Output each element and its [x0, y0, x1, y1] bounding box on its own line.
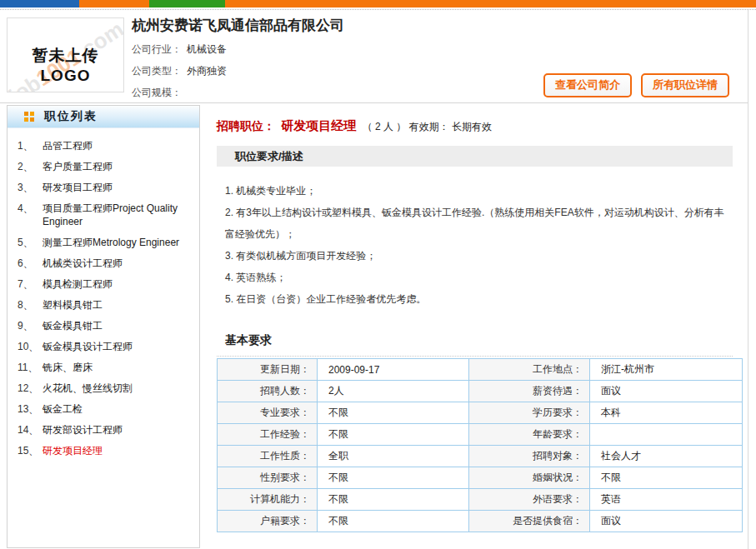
- table-row: 招聘人数： 2人 薪资待遇： 面议: [218, 381, 743, 402]
- field-label: 更新日期：: [218, 359, 318, 381]
- job-list-item-15-active[interactable]: 15、研发项目经理: [18, 444, 194, 457]
- top-accent-bar: [0, 0, 756, 7]
- job-item-number: 9、: [18, 319, 43, 332]
- table-row: 户籍要求： 不限 是否提供食宿： 面议: [218, 511, 743, 532]
- job-title: 研发项目经理: [281, 118, 356, 132]
- table-row: 工作性质： 全职 招聘对象： 社会人才: [218, 446, 743, 467]
- job-list-item-8[interactable]: 8、塑料模具钳工: [18, 298, 194, 312]
- table-row: 工作经验： 不限 年龄要求：: [218, 424, 743, 446]
- job-item-number: 5、: [18, 236, 43, 249]
- field-label: 是否提供食宿：: [469, 511, 590, 532]
- job-item-label[interactable]: 项目质量工程师Project Quality Engineer: [43, 202, 194, 228]
- job-detail-panel: 招聘职位： 研发项目经理 （ 2 人 ） 有效期： 长期有效 职位要求/描述 1…: [200, 105, 748, 549]
- field-label: 专业要求：: [218, 402, 318, 424]
- recruit-position-label: 招聘职位：: [217, 119, 275, 132]
- job-list-item-7[interactable]: 7、模具检测工程师: [18, 277, 194, 291]
- job-requirements: 1. 机械类专业毕业； 2. 有3年以上结构设计或塑料模具、钣金模具设计工作经验…: [217, 180, 733, 310]
- company-type-label: 公司类型：: [132, 65, 182, 77]
- job-item-label[interactable]: 钣金工检: [43, 402, 83, 416]
- job-item-number: 10、: [18, 340, 43, 353]
- field-value: 不限: [318, 511, 469, 532]
- requirement-line: 3. 有类似机械方面项目开发经验；: [225, 245, 733, 267]
- job-item-label[interactable]: 钣金模具钳工: [43, 319, 103, 332]
- job-list-item-14[interactable]: 14、研发部设计工程师: [18, 423, 194, 437]
- field-value: 不限: [318, 402, 469, 424]
- job-item-number: 12、: [18, 382, 43, 395]
- job-item-label[interactable]: 模具检测工程师: [43, 277, 113, 291]
- logo-placeholder-text: 暂未上传LOGO: [8, 45, 123, 85]
- field-label: 工作经验：: [218, 424, 318, 446]
- grid-icon: [24, 112, 34, 122]
- field-value: 社会人才: [590, 446, 743, 467]
- field-value: 面议: [590, 381, 743, 402]
- all-jobs-detail-button[interactable]: 所有职位详情: [641, 73, 729, 97]
- job-item-number: 4、: [18, 202, 43, 228]
- field-label: 工作性质：: [218, 446, 318, 467]
- field-value: 2009-09-17: [318, 359, 469, 381]
- job-item-label[interactable]: 品管工程师: [43, 139, 93, 152]
- field-label: 年龄要求：: [469, 424, 590, 446]
- job-item-label[interactable]: 研发部设计工程师: [43, 423, 123, 437]
- job-item-number: 11、: [18, 361, 43, 374]
- job-list-item-9[interactable]: 9、钣金模具钳工: [18, 319, 194, 332]
- job-list-item-10[interactable]: 10、钣金模具设计工程师: [18, 340, 194, 353]
- requirement-line: 5. 在日资（台资）企业工作经验者优先考虑。: [225, 288, 733, 310]
- job-item-number: 8、: [18, 298, 43, 312]
- job-item-number: 7、: [18, 277, 43, 291]
- page-container: job1001.com 暂未上传LOGO 杭州安费诺飞凤通信部品有限公司 公司行…: [0, 10, 748, 549]
- job-item-number: 6、: [18, 257, 43, 270]
- field-value: 不限: [318, 424, 469, 446]
- company-logo-placeholder: job1001.com 暂未上传LOGO: [7, 17, 124, 92]
- job-item-label[interactable]: 研发项目工程师: [43, 181, 113, 194]
- company-name: 杭州安费诺飞凤通信部品有限公司: [132, 16, 748, 35]
- job-list-item-4[interactable]: 4、项目质量工程师Project Quality Engineer: [18, 202, 194, 228]
- job-item-label[interactable]: 火花机、慢丝线切割: [43, 382, 133, 395]
- field-value: 不限: [318, 467, 469, 489]
- requirement-line: 1. 机械类专业毕业；: [225, 180, 733, 202]
- job-item-number: 15、: [18, 444, 43, 457]
- requirements-section-header: 职位要求/描述: [217, 146, 733, 167]
- job-list-item-5[interactable]: 5、测量工程师Metrology Engineer: [18, 236, 194, 249]
- job-item-number: 1、: [18, 139, 43, 152]
- field-value: 浙江-杭州市: [590, 359, 743, 381]
- job-item-number: 14、: [18, 423, 43, 437]
- validity-label: 有效期：: [409, 121, 449, 132]
- job-item-label[interactable]: 塑料模具钳工: [43, 298, 103, 312]
- job-item-label[interactable]: 客户质量工程师: [43, 160, 113, 173]
- job-item-label[interactable]: 研发项目经理: [43, 444, 103, 457]
- field-value: 全职: [318, 446, 469, 467]
- accent-segment-blue: [0, 0, 79, 7]
- field-label: 招聘人数：: [218, 381, 318, 402]
- job-list-header: 职位列表: [8, 106, 199, 128]
- job-item-label[interactable]: 钣金模具设计工程师: [43, 340, 133, 353]
- job-list-sidebar: 职位列表 1、品管工程师 2、客户质量工程师 3、研发项目工程师 4、项目质量工…: [7, 105, 200, 548]
- job-list-item-2[interactable]: 2、客户质量工程师: [18, 160, 194, 173]
- field-label: 户籍要求：: [218, 511, 318, 532]
- company-size-label: 公司规模：: [132, 87, 182, 98]
- job-list-item-11[interactable]: 11、铣床、磨床: [18, 361, 194, 374]
- field-value: 不限: [590, 467, 743, 489]
- job-item-number: 2、: [18, 160, 43, 173]
- company-type-value: 外商独资: [187, 65, 227, 77]
- job-item-label[interactable]: 机械类设计工程师: [43, 257, 123, 270]
- job-item-label[interactable]: 铣床、磨床: [43, 361, 93, 374]
- job-list-item-1[interactable]: 1、品管工程师: [18, 139, 194, 152]
- table-row: 专业要求： 不限 学历要求： 本科: [218, 402, 743, 424]
- field-label: 外语要求：: [469, 489, 590, 511]
- company-industry-value: 机械设备: [187, 43, 227, 55]
- field-label: 薪资待遇：: [469, 381, 590, 402]
- accent-segment-green: [149, 0, 225, 7]
- validity-value: 长期有效: [452, 121, 492, 132]
- field-label: 计算机能力：: [218, 489, 318, 511]
- job-list-item-6[interactable]: 6、机械类设计工程师: [18, 257, 194, 270]
- job-title-row: 招聘职位： 研发项目经理 （ 2 人 ） 有效期： 长期有效: [217, 118, 733, 134]
- view-company-profile-button[interactable]: 查看公司简介: [543, 73, 632, 97]
- field-value: 面议: [590, 511, 743, 532]
- job-item-label[interactable]: 测量工程师Metrology Engineer: [43, 236, 179, 249]
- table-row: 性别要求： 不限 婚姻状况： 不限: [218, 467, 743, 489]
- job-list-item-13[interactable]: 13、钣金工检: [18, 402, 194, 416]
- field-label: 性别要求：: [218, 467, 318, 489]
- job-list-item-12[interactable]: 12、火花机、慢丝线切割: [18, 382, 194, 395]
- job-list-item-3[interactable]: 3、研发项目工程师: [18, 181, 194, 194]
- accent-segment-orange: [79, 0, 149, 7]
